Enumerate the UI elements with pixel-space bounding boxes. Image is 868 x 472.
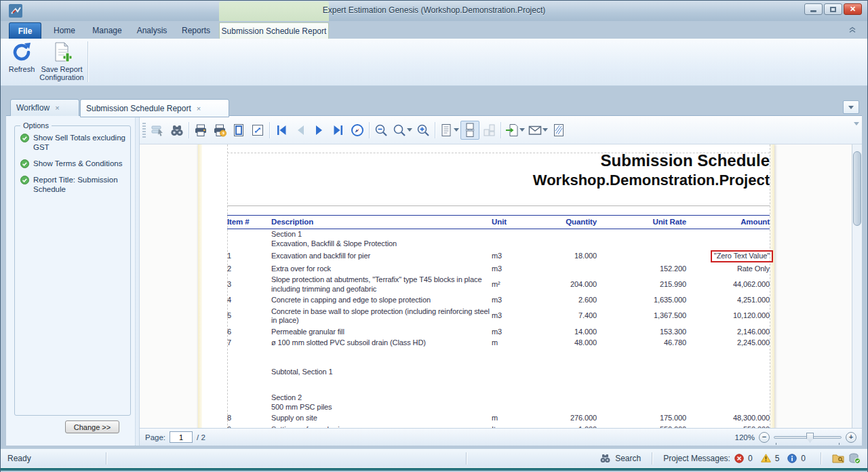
- zoom-out-button[interactable]: [372, 121, 391, 140]
- zoom-in-icon: [416, 123, 431, 138]
- document-tab-bar: Workflow Submission Schedule Report: [6, 97, 862, 116]
- info-count[interactable]: 0: [801, 454, 806, 463]
- page-edge: [770, 144, 774, 428]
- tab-close-icon[interactable]: [197, 105, 201, 112]
- save-report-configuration-icon: [50, 41, 73, 64]
- status-separator: [821, 452, 821, 465]
- quick-print-icon: [212, 123, 227, 138]
- zoom-out-button-small[interactable]: −: [759, 432, 770, 443]
- option-show-terms-conditions[interactable]: Show Terms & Conditions: [20, 159, 126, 168]
- zoom-slider[interactable]: [774, 436, 842, 439]
- toolbar-overflow-button[interactable]: [854, 125, 859, 138]
- zoom-icon: [392, 123, 407, 138]
- search-button[interactable]: [167, 121, 186, 140]
- status-separator: [106, 452, 106, 465]
- navigation-compass-button[interactable]: [348, 121, 367, 140]
- tab-list-dropdown-button[interactable]: [843, 100, 859, 114]
- toolbar-separator: [189, 122, 189, 138]
- scrollbar-thumb[interactable]: [853, 151, 861, 226]
- multi-page-view-button[interactable]: [479, 121, 498, 140]
- ribbon-tab-home[interactable]: Home: [48, 22, 81, 39]
- select-tool-button[interactable]: [149, 121, 167, 140]
- zoom-slider-thumb[interactable]: [806, 433, 814, 443]
- toolbar-grip[interactable]: [142, 123, 146, 138]
- print-button[interactable]: [191, 121, 210, 140]
- page-number-input[interactable]: [170, 431, 193, 443]
- minimize-button[interactable]: [804, 3, 823, 15]
- status-text: Ready: [7, 454, 31, 463]
- toolbar-separator: [369, 122, 370, 138]
- zoom-out-icon: [374, 123, 389, 138]
- chevron-down-icon: [519, 128, 525, 132]
- quick-print-button[interactable]: [210, 121, 229, 140]
- search-button[interactable]: Search: [615, 454, 641, 463]
- previous-page-button[interactable]: [291, 121, 310, 140]
- options-panel: Options Show Sell Totals excluding GST S…: [6, 116, 135, 446]
- first-page-button[interactable]: [272, 121, 291, 140]
- permissions-folder-icon[interactable]: [832, 453, 844, 463]
- save-report-configuration-button[interactable]: Save Report Configuration: [40, 41, 83, 83]
- continuous-view-button[interactable]: [460, 121, 479, 140]
- zoom-in-button[interactable]: [414, 121, 433, 140]
- warning-icon: [761, 454, 771, 463]
- refresh-button[interactable]: Refresh: [5, 41, 39, 83]
- column-unit-rate: Unit Rate: [597, 216, 686, 228]
- report-subtitle: Workshop.Demonstration.Project: [227, 172, 770, 189]
- report-table-row-group: Section 2500 mm PSC piles: [227, 393, 770, 413]
- ribbon-group-separator: [87, 41, 88, 82]
- next-page-icon: [312, 123, 327, 138]
- close-button[interactable]: ✕: [844, 3, 862, 15]
- select-tool-icon: [151, 123, 165, 138]
- error-icon: [734, 454, 744, 463]
- ribbon-tab-file[interactable]: File: [9, 22, 41, 39]
- maximize-button[interactable]: [824, 3, 842, 15]
- slider-tick: [839, 443, 840, 445]
- error-count[interactable]: 0: [748, 454, 753, 463]
- ribbon-tab-submission-schedule-report[interactable]: Submission Schedule Report: [219, 22, 329, 39]
- page-label: Page:: [145, 433, 165, 441]
- report-page: Submission Schedule Workshop.Demonstrati…: [198, 144, 774, 428]
- vertical-scrollbar[interactable]: [852, 144, 862, 428]
- ribbon-tab-reports[interactable]: Reports: [178, 22, 214, 39]
- options-title: Options: [20, 121, 52, 130]
- document-tab-workflow[interactable]: Workflow: [10, 99, 79, 117]
- option-show-sell-totals[interactable]: Show Sell Totals excluding GST: [20, 133, 126, 152]
- page-bar: Page: / 2 120% − +: [140, 428, 862, 446]
- zoom-dropdown-button[interactable]: [391, 121, 414, 140]
- export-document-button[interactable]: [503, 121, 526, 140]
- page-view-dropdown-button[interactable]: [437, 121, 460, 140]
- scale-fit-icon: [250, 123, 265, 138]
- report-table-row: 5Concrete in base wall to slope protecti…: [227, 306, 770, 326]
- content-area: Options Show Sell Totals excluding GST S…: [6, 116, 862, 446]
- ribbon-collapse-button[interactable]: [846, 24, 859, 36]
- maximize-icon: [830, 7, 836, 12]
- next-page-button[interactable]: [310, 121, 329, 140]
- report-table-row-group: Section 1Excavation, Backfill & Slope Pr…: [227, 229, 770, 250]
- ribbon-tab-manage[interactable]: Manage: [89, 22, 125, 39]
- scale-fit-button[interactable]: [248, 121, 267, 140]
- database-status-icon[interactable]: [848, 453, 861, 464]
- warning-count[interactable]: 5: [775, 454, 780, 463]
- report-table-row: 8Supply on sitem276.000175.00048,300.000: [227, 413, 770, 425]
- report-table-row: 9Setting up for preboringItem1.000550.00…: [227, 424, 770, 428]
- report-canvas[interactable]: Submission Schedule Workshop.Demonstrati…: [140, 144, 862, 428]
- last-page-icon: [331, 123, 346, 138]
- watermark-button[interactable]: [549, 121, 568, 140]
- status-separator: [466, 452, 467, 465]
- option-report-title[interactable]: Report Title: Submission Schedule: [20, 175, 126, 194]
- report-viewer: Submission Schedule Workshop.Demonstrati…: [139, 116, 862, 446]
- multi-page-view-icon: [481, 123, 496, 138]
- change-button[interactable]: Change >>: [65, 420, 119, 433]
- tab-close-icon[interactable]: [55, 104, 59, 111]
- document-tab-submission-schedule-report[interactable]: Submission Schedule Report: [80, 99, 229, 117]
- binoculars-icon: [170, 123, 184, 138]
- page-edge: [198, 144, 202, 428]
- column-item: Item #: [227, 216, 271, 228]
- last-page-button[interactable]: [329, 121, 348, 140]
- ribbon-body: Refresh Save Report Configuration: [1, 39, 867, 86]
- page-setup-button[interactable]: [229, 121, 248, 140]
- column-quantity: Quantity: [529, 216, 597, 228]
- zoom-in-button-small[interactable]: +: [846, 432, 856, 443]
- ribbon-tab-analysis[interactable]: Analysis: [134, 22, 170, 39]
- send-email-button[interactable]: [526, 121, 549, 140]
